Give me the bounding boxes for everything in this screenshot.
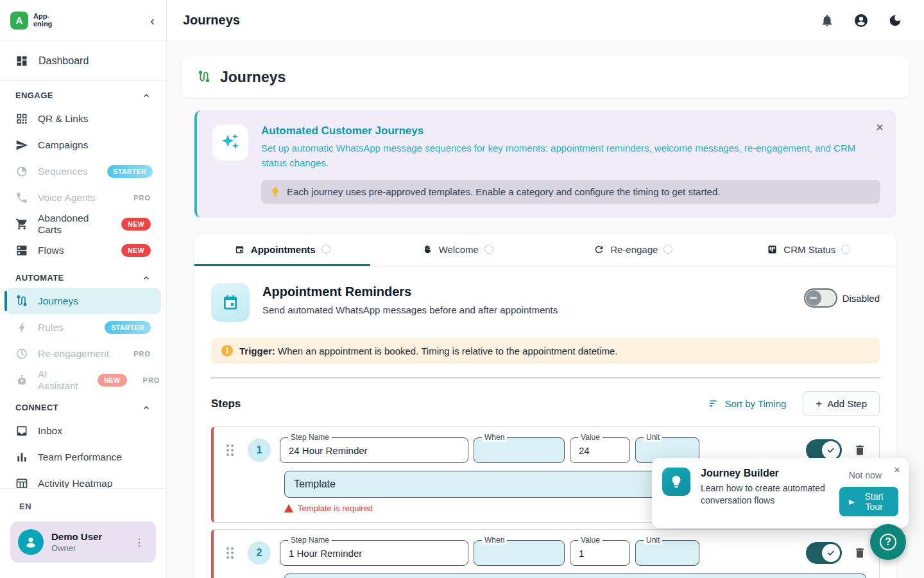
sidebar-item-label: Activity Heatmap	[38, 478, 112, 489]
pie-icon	[15, 165, 28, 178]
section-connect-header[interactable]: CONNECT	[0, 393, 166, 417]
when-select[interactable]: When	[474, 437, 565, 463]
language-selector[interactable]: EN	[19, 502, 156, 511]
chevron-up-icon	[142, 274, 151, 283]
sidebar-item-rules[interactable]: Rules STARTER	[5, 314, 161, 340]
dark-mode-moon-icon[interactable]	[888, 13, 902, 28]
sidebar-item-activity-heatmap[interactable]: Activity Heatmap	[5, 470, 161, 488]
tab-welcome[interactable]: Welcome	[370, 234, 546, 266]
sidebar-item-flows[interactable]: Flows NEW	[5, 237, 161, 263]
sidebar-item-label: Re-engagement	[38, 348, 109, 360]
banner-close-icon[interactable]: ×	[876, 121, 884, 134]
section-automate-header[interactable]: AUTOMATE	[0, 263, 166, 288]
unit-select[interactable]: Unit	[635, 540, 699, 566]
sidebar-item-label: Flows	[38, 245, 64, 256]
sidebar-item-label: Campaigns	[38, 139, 88, 151]
tab-appointments[interactable]: Appointments	[194, 234, 370, 266]
tip-text: Each journey uses pre-approved templates…	[287, 186, 720, 197]
section-engage-header[interactable]: ENGAGE	[0, 81, 166, 105]
kanban-icon	[767, 244, 778, 255]
sidebar-collapse-icon[interactable]: ‹	[150, 14, 155, 27]
bulb-tile-icon	[662, 468, 690, 496]
step-row-2: 2 Step Name When Value	[211, 529, 880, 578]
step-name-field[interactable]: Step Name	[280, 540, 468, 566]
table-icon	[15, 477, 28, 489]
category-toggle-group: Disabled	[804, 288, 880, 308]
sidebar-item-inbox[interactable]: Inbox	[5, 417, 161, 444]
sidebar-item-label: QR & Links	[38, 113, 88, 125]
app-logo: A App- ening	[10, 12, 52, 30]
step-number-badge: 2	[248, 541, 271, 565]
steps-heading: Steps	[211, 398, 241, 410]
steps-header: Steps Sort by Timing + Add Step	[211, 391, 880, 416]
category-status-label: Disabled	[843, 293, 880, 304]
sidebar-item-team-performance[interactable]: Team Performance	[5, 444, 161, 470]
value-field[interactable]: Value	[570, 540, 630, 566]
inbox-icon	[15, 425, 28, 437]
sidebar-footer: EN Demo User Owner ⋮	[0, 488, 166, 578]
tab-re-engage[interactable]: Re-engage	[545, 234, 721, 266]
banner-title: Automated Customer Journeys	[261, 125, 880, 137]
info-icon	[221, 345, 233, 356]
start-tour-button[interactable]: ▶ Start Tour	[839, 487, 898, 516]
sidebar-item-re-engagement[interactable]: Re-engagement PRO	[5, 340, 161, 367]
chevron-up-icon	[142, 91, 151, 100]
sidebar-item-campaigns[interactable]: Campaigns	[5, 132, 161, 158]
logo-text: App- ening	[33, 13, 52, 28]
sidebar-item-qr-links[interactable]: QR & Links	[5, 105, 161, 132]
sidebar-item-abandoned-carts[interactable]: Abandoned Carts NEW	[5, 211, 161, 237]
user-card[interactable]: Demo User Owner ⋮	[10, 521, 156, 563]
tab-status-dot	[484, 245, 493, 254]
step-enabled-toggle[interactable]	[806, 542, 842, 564]
sort-icon	[708, 398, 719, 409]
app-screen: A App- ening ‹ Dashboard ENGAGE QR & Lin…	[0, 0, 924, 578]
refresh-icon	[594, 244, 604, 255]
add-step-button[interactable]: + Add Step	[803, 391, 880, 416]
step-name-field[interactable]: Step Name	[280, 437, 468, 463]
sidebar-item-ai-assistant[interactable]: AI Assistant NEW PRO	[5, 367, 161, 393]
tab-status-dot	[663, 245, 672, 254]
not-now-button[interactable]: Not now	[849, 470, 882, 480]
sidebar-nav: Dashboard ENGAGE QR & Links Campaigns Se…	[0, 41, 166, 488]
starter-badge: STARTER	[105, 321, 151, 334]
chevron-up-icon	[142, 403, 151, 412]
clock-icon	[15, 347, 28, 360]
sidebar-item-voice-agents[interactable]: Voice Agents PRO	[5, 184, 161, 211]
info-banner: Automated Customer Journeys Set up autom…	[194, 110, 896, 218]
sidebar-item-sequences[interactable]: Sequences STARTER	[5, 158, 161, 184]
sparkles-icon	[212, 125, 248, 161]
category-subtitle: Send automated WhatsApp messages before …	[262, 304, 558, 315]
sidebar-item-dashboard[interactable]: Dashboard	[0, 41, 166, 81]
sidebar-item-label: Rules	[38, 322, 64, 333]
category-enable-toggle[interactable]	[804, 288, 837, 308]
delete-step-icon[interactable]	[853, 444, 866, 457]
drag-handle-icon[interactable]	[227, 547, 234, 559]
sidebar-item-label: Sequences	[38, 166, 88, 177]
journeys-route-icon	[197, 70, 211, 84]
drag-handle-icon[interactable]	[227, 444, 234, 456]
value-field[interactable]: Value	[570, 437, 630, 463]
pro-tag: PRO	[133, 194, 151, 202]
template-select[interactable]: Template	[284, 574, 866, 578]
tab-crm-status[interactable]: CRM Status	[721, 234, 897, 266]
pro-tag: PRO	[143, 376, 160, 384]
sidebar-item-journeys[interactable]: Journeys	[5, 288, 161, 314]
help-button[interactable]: ?	[870, 524, 906, 560]
sidebar-item-label: Dashboard	[38, 55, 89, 67]
popup-close-icon[interactable]: ×	[894, 464, 900, 477]
when-select[interactable]: When	[474, 540, 565, 566]
sidebar-item-label: Abandoned Carts	[38, 213, 102, 236]
starter-badge: STARTER	[107, 165, 153, 178]
logo-icon: A	[10, 12, 28, 30]
notifications-bell-icon[interactable]	[820, 13, 834, 28]
popup-title: Journey Builder	[701, 468, 829, 479]
delete-step-icon[interactable]	[853, 547, 866, 559]
sort-by-timing-button[interactable]: Sort by Timing	[708, 398, 786, 409]
bar-chart-icon	[15, 451, 28, 464]
tip-bar: Each journey uses pre-approved templates…	[261, 180, 880, 204]
account-icon[interactable]	[853, 13, 869, 28]
tab-status-dot	[321, 245, 330, 254]
trigger-text: When an appointment is booked. Timing is…	[275, 346, 618, 356]
lightbulb-icon	[270, 187, 280, 197]
user-menu-icon[interactable]: ⋮	[129, 534, 150, 551]
